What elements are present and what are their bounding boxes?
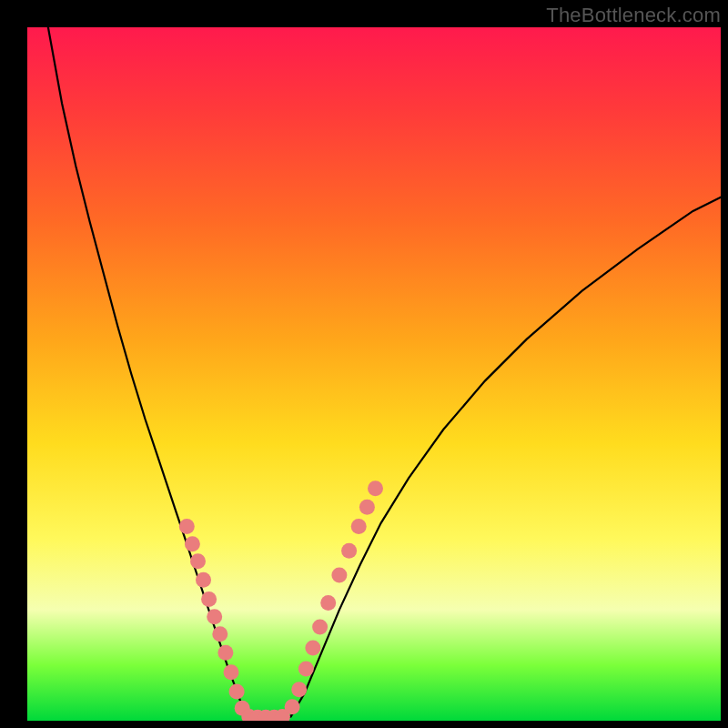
data-dot [190, 553, 206, 569]
plot-area [27, 27, 721, 721]
data-dot [285, 699, 300, 714]
data-dot [229, 684, 245, 700]
data-dot [291, 682, 307, 697]
bottleneck-curve [48, 27, 721, 719]
data-dot [212, 626, 228, 642]
curve-group [48, 27, 721, 719]
data-dot [341, 543, 357, 559]
data-dot [312, 620, 328, 635]
data-dot [331, 568, 347, 583]
data-dot [298, 661, 314, 676]
data-dot [305, 641, 320, 656]
chart-frame: TheBottleneck.com [0, 0, 728, 728]
data-dot [351, 519, 367, 534]
data-dot [207, 609, 222, 624]
data-dot [368, 480, 383, 496]
data-dot [196, 572, 211, 588]
dots-group [179, 480, 383, 721]
chart-svg [27, 27, 721, 721]
data-dot [217, 645, 233, 661]
data-dot [201, 592, 217, 607]
data-dot [320, 595, 336, 611]
data-dot [224, 664, 239, 680]
data-dot [179, 519, 195, 534]
data-dot [359, 500, 375, 515]
data-dot [185, 536, 200, 551]
watermark-text: TheBottleneck.com [546, 4, 721, 27]
